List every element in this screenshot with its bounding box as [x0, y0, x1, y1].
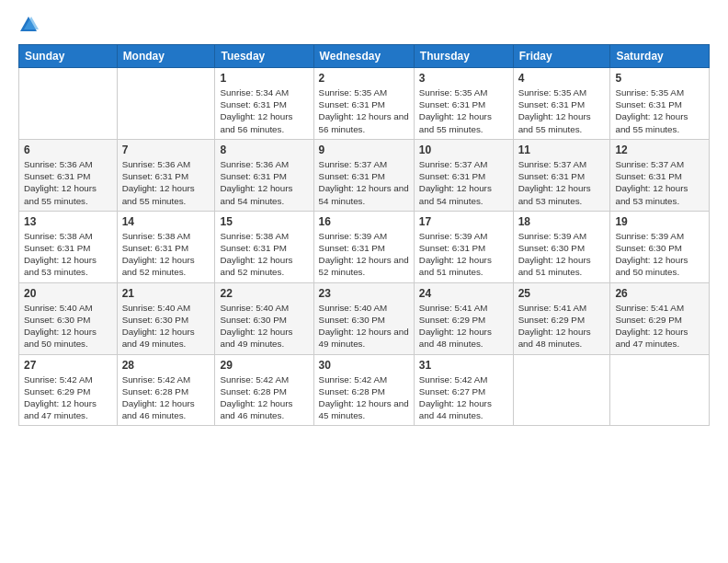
calendar-cell: 5Sunrise: 5:35 AMSunset: 6:31 PMDaylight… — [610, 68, 710, 140]
weekday-header-row: SundayMondayTuesdayWednesdayThursdayFrid… — [19, 45, 710, 68]
day-info: Sunrise: 5:41 AMSunset: 6:29 PMDaylight:… — [518, 302, 606, 350]
day-number: 27 — [24, 359, 112, 372]
day-info: Sunrise: 5:35 AMSunset: 6:31 PMDaylight:… — [615, 86, 704, 135]
day-number: 23 — [319, 287, 409, 300]
day-number: 13 — [24, 215, 112, 228]
day-info: Sunrise: 5:34 AMSunset: 6:31 PMDaylight:… — [220, 86, 308, 135]
day-info: Sunrise: 5:38 AMSunset: 6:31 PMDaylight:… — [220, 230, 308, 279]
day-info: Sunrise: 5:39 AMSunset: 6:30 PMDaylight:… — [518, 230, 606, 279]
calendar-cell — [513, 354, 610, 426]
day-info: Sunrise: 5:36 AMSunset: 6:31 PMDaylight:… — [122, 158, 210, 207]
week-row-4: 20Sunrise: 5:40 AMSunset: 6:30 PMDayligh… — [19, 282, 710, 354]
calendar-cell: 23Sunrise: 5:40 AMSunset: 6:30 PMDayligh… — [313, 282, 414, 354]
day-number: 19 — [615, 215, 704, 228]
calendar-cell: 1Sunrise: 5:34 AMSunset: 6:31 PMDaylight… — [215, 68, 313, 140]
day-info: Sunrise: 5:42 AMSunset: 6:28 PMDaylight:… — [319, 373, 409, 422]
calendar-cell: 19Sunrise: 5:39 AMSunset: 6:30 PMDayligh… — [610, 211, 710, 282]
day-number: 17 — [419, 215, 508, 228]
calendar-cell: 4Sunrise: 5:35 AMSunset: 6:31 PMDaylight… — [513, 68, 610, 140]
day-info: Sunrise: 5:39 AMSunset: 6:30 PMDaylight:… — [615, 230, 704, 279]
day-info: Sunrise: 5:41 AMSunset: 6:29 PMDaylight:… — [419, 302, 508, 350]
calendar-cell: 24Sunrise: 5:41 AMSunset: 6:29 PMDayligh… — [414, 282, 513, 354]
calendar-cell: 21Sunrise: 5:40 AMSunset: 6:30 PMDayligh… — [117, 282, 215, 354]
calendar-cell: 2Sunrise: 5:35 AMSunset: 6:31 PMDaylight… — [313, 68, 414, 140]
calendar-cell: 7Sunrise: 5:36 AMSunset: 6:31 PMDaylight… — [117, 139, 215, 211]
day-number: 2 — [319, 72, 409, 85]
day-number: 26 — [615, 287, 704, 300]
calendar-cell: 31Sunrise: 5:42 AMSunset: 6:27 PMDayligh… — [414, 354, 513, 426]
day-info: Sunrise: 5:35 AMSunset: 6:31 PMDaylight:… — [419, 86, 508, 135]
calendar-cell: 27Sunrise: 5:42 AMSunset: 6:29 PMDayligh… — [19, 354, 118, 426]
weekday-header-sunday: Sunday — [19, 45, 118, 68]
calendar-cell: 30Sunrise: 5:42 AMSunset: 6:28 PMDayligh… — [313, 354, 414, 426]
weekday-header-wednesday: Wednesday — [313, 45, 414, 68]
day-info: Sunrise: 5:40 AMSunset: 6:30 PMDaylight:… — [24, 302, 112, 350]
day-info: Sunrise: 5:37 AMSunset: 6:31 PMDaylight:… — [615, 158, 704, 207]
calendar-cell: 28Sunrise: 5:42 AMSunset: 6:28 PMDayligh… — [117, 354, 215, 426]
week-row-2: 6Sunrise: 5:36 AMSunset: 6:31 PMDaylight… — [19, 139, 710, 211]
day-number: 18 — [518, 215, 606, 228]
calendar-cell: 8Sunrise: 5:36 AMSunset: 6:31 PMDaylight… — [215, 139, 313, 211]
calendar-cell: 25Sunrise: 5:41 AMSunset: 6:29 PMDayligh… — [513, 282, 610, 354]
page: SundayMondayTuesdayWednesdayThursdayFrid… — [0, 0, 728, 563]
day-number: 21 — [122, 287, 210, 300]
weekday-header-friday: Friday — [513, 45, 610, 68]
calendar-cell: 22Sunrise: 5:40 AMSunset: 6:30 PMDayligh… — [215, 282, 313, 354]
day-number: 1 — [220, 72, 308, 85]
day-number: 15 — [220, 215, 308, 228]
day-number: 5 — [615, 72, 704, 85]
header — [18, 15, 710, 35]
weekday-header-saturday: Saturday — [610, 45, 710, 68]
day-number: 3 — [419, 72, 508, 85]
week-row-3: 13Sunrise: 5:38 AMSunset: 6:31 PMDayligh… — [19, 211, 710, 282]
day-number: 6 — [24, 144, 112, 156]
day-number: 8 — [220, 144, 308, 156]
calendar-cell: 10Sunrise: 5:37 AMSunset: 6:31 PMDayligh… — [414, 139, 513, 211]
day-info: Sunrise: 5:38 AMSunset: 6:31 PMDaylight:… — [122, 230, 210, 279]
week-row-5: 27Sunrise: 5:42 AMSunset: 6:29 PMDayligh… — [19, 354, 710, 426]
day-info: Sunrise: 5:35 AMSunset: 6:31 PMDaylight:… — [518, 86, 606, 135]
calendar-cell: 29Sunrise: 5:42 AMSunset: 6:28 PMDayligh… — [215, 354, 313, 426]
calendar-cell: 20Sunrise: 5:40 AMSunset: 6:30 PMDayligh… — [19, 282, 118, 354]
day-number: 7 — [122, 144, 210, 156]
calendar-cell: 11Sunrise: 5:37 AMSunset: 6:31 PMDayligh… — [513, 139, 610, 211]
day-info: Sunrise: 5:37 AMSunset: 6:31 PMDaylight:… — [319, 158, 409, 207]
day-number: 14 — [122, 215, 210, 228]
day-number: 10 — [419, 144, 508, 156]
day-number: 30 — [319, 359, 409, 372]
day-number: 28 — [122, 359, 210, 372]
day-info: Sunrise: 5:42 AMSunset: 6:27 PMDaylight:… — [419, 373, 508, 422]
weekday-header-thursday: Thursday — [414, 45, 513, 68]
calendar-cell: 13Sunrise: 5:38 AMSunset: 6:31 PMDayligh… — [19, 211, 118, 282]
calendar-cell — [117, 68, 215, 140]
calendar-cell: 26Sunrise: 5:41 AMSunset: 6:29 PMDayligh… — [610, 282, 710, 354]
day-number: 31 — [419, 359, 508, 372]
calendar-cell: 18Sunrise: 5:39 AMSunset: 6:30 PMDayligh… — [513, 211, 610, 282]
day-info: Sunrise: 5:39 AMSunset: 6:31 PMDaylight:… — [319, 230, 409, 279]
week-row-1: 1Sunrise: 5:34 AMSunset: 6:31 PMDaylight… — [19, 68, 710, 140]
calendar-cell — [610, 354, 710, 426]
day-number: 29 — [220, 359, 308, 372]
day-number: 20 — [24, 287, 112, 300]
day-info: Sunrise: 5:37 AMSunset: 6:31 PMDaylight:… — [419, 158, 508, 207]
weekday-header-monday: Monday — [117, 45, 215, 68]
day-number: 24 — [419, 287, 508, 300]
day-number: 12 — [615, 144, 704, 156]
calendar-cell: 3Sunrise: 5:35 AMSunset: 6:31 PMDaylight… — [414, 68, 513, 140]
day-info: Sunrise: 5:42 AMSunset: 6:28 PMDaylight:… — [220, 373, 308, 422]
day-info: Sunrise: 5:40 AMSunset: 6:30 PMDaylight:… — [220, 302, 308, 350]
calendar-cell: 9Sunrise: 5:37 AMSunset: 6:31 PMDaylight… — [313, 139, 414, 211]
logo — [18, 15, 42, 35]
calendar-cell: 17Sunrise: 5:39 AMSunset: 6:31 PMDayligh… — [414, 211, 513, 282]
day-info: Sunrise: 5:37 AMSunset: 6:31 PMDaylight:… — [518, 158, 606, 207]
day-number: 25 — [518, 287, 606, 300]
calendar-table: SundayMondayTuesdayWednesdayThursdayFrid… — [18, 44, 710, 426]
day-info: Sunrise: 5:42 AMSunset: 6:28 PMDaylight:… — [122, 373, 210, 422]
day-number: 9 — [319, 144, 409, 156]
day-number: 4 — [518, 72, 606, 85]
day-number: 11 — [518, 144, 606, 156]
calendar-cell: 16Sunrise: 5:39 AMSunset: 6:31 PMDayligh… — [313, 211, 414, 282]
day-info: Sunrise: 5:36 AMSunset: 6:31 PMDaylight:… — [24, 158, 112, 207]
day-info: Sunrise: 5:40 AMSunset: 6:30 PMDaylight:… — [319, 302, 409, 350]
day-info: Sunrise: 5:35 AMSunset: 6:31 PMDaylight:… — [319, 86, 409, 135]
